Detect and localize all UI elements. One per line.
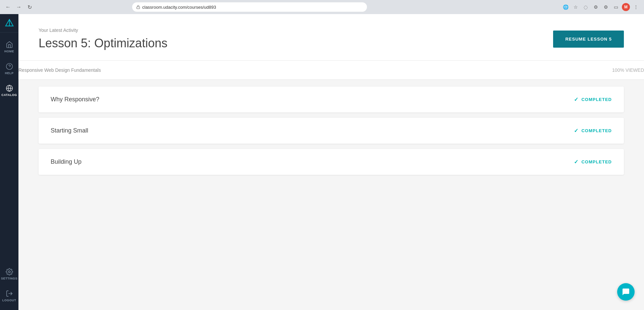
app-wrapper: HOME HELP (0, 0, 644, 310)
svg-point-5 (8, 271, 10, 273)
extension1-icon[interactable]: ◌ (582, 3, 590, 11)
browser-chrome: ← → ↻ classroom.udacity.com/courses/ud89… (0, 0, 644, 14)
menu-icon[interactable]: ⋮ (632, 3, 640, 11)
bookmark-icon[interactable]: ☆ (572, 3, 580, 11)
sidebar-item-settings[interactable]: SETTINGS (0, 263, 18, 285)
sidebar-nav: HOME HELP (0, 33, 18, 263)
user-avatar[interactable]: M (622, 3, 630, 11)
sidebar-logo[interactable] (0, 14, 18, 33)
sidebar-item-settings-label: SETTINGS (1, 277, 17, 280)
sidebar-item-catalog-label: CATALOG (1, 93, 17, 97)
course-header: Responsive Web Design Fundamentals 100% … (18, 61, 644, 80)
viewed-percent: 100% VIEWED (612, 67, 644, 73)
sidebar-bottom: SETTINGS LOGOUT (0, 263, 18, 310)
sidebar-item-logout-label: LOGOUT (2, 299, 16, 302)
help-icon (6, 63, 13, 70)
sidebar-item-logout[interactable]: LOGOUT (0, 285, 18, 307)
lesson-status-2: ✓ COMPLETED (574, 127, 612, 134)
sidebar: HOME HELP (0, 14, 18, 310)
logout-icon (6, 290, 13, 297)
extensions-icon[interactable]: ▭ (612, 3, 620, 11)
svg-point-1 (6, 63, 12, 69)
sidebar-item-home[interactable]: HOME (0, 36, 18, 58)
catalog-icon (6, 85, 13, 92)
check-icon-1: ✓ (574, 96, 579, 103)
address-bar[interactable]: classroom.udacity.com/courses/ud893 (132, 2, 367, 12)
activity-header: Your Latest Activity Lesson 5: Optimizat… (18, 14, 644, 61)
sidebar-item-catalog[interactable]: CATALOG (0, 80, 18, 101)
sidebar-item-help[interactable]: HELP (0, 58, 18, 80)
activity-header-left: Your Latest Activity Lesson 5: Optimizat… (39, 28, 167, 50)
lesson-status-label-3: COMPLETED (581, 159, 612, 164)
lesson-status-label-1: COMPLETED (581, 97, 612, 102)
lesson-title-1: Why Responsive? (51, 96, 99, 103)
course-name: Responsive Web Design Fundamentals (18, 67, 101, 73)
refresh-button[interactable]: ↻ (25, 3, 34, 11)
check-icon-3: ✓ (574, 159, 579, 165)
sidebar-item-help-label: HELP (5, 71, 13, 75)
check-icon-2: ✓ (574, 127, 579, 134)
forward-button[interactable]: → (15, 3, 23, 11)
resume-lesson-button[interactable]: RESUME LESSON 5 (553, 31, 624, 48)
lesson-title-3: Building Up (51, 158, 82, 165)
lessons-list: Why Responsive? ✓ COMPLETED Starting Sma… (18, 80, 644, 182)
translate-icon[interactable]: 🌐 (561, 3, 570, 11)
lesson-status-1: ✓ COMPLETED (574, 96, 612, 103)
lesson-status-3: ✓ COMPLETED (574, 159, 612, 165)
back-button[interactable]: ← (4, 3, 12, 11)
chat-bubble[interactable] (617, 283, 635, 301)
activity-label: Your Latest Activity (39, 28, 167, 33)
lesson-status-label-2: COMPLETED (581, 128, 612, 133)
main-content: Your Latest Activity Lesson 5: Optimizat… (18, 14, 644, 310)
extension2-icon[interactable]: ⚙ (592, 3, 600, 11)
extension3-icon[interactable]: ⚙ (602, 3, 610, 11)
activity-title: Lesson 5: Optimizations (39, 36, 167, 50)
svg-rect-0 (137, 7, 140, 9)
lesson-title-2: Starting Small (51, 127, 88, 134)
lesson-card-1[interactable]: Why Responsive? ✓ COMPLETED (39, 87, 624, 112)
sidebar-item-home-label: HOME (4, 50, 14, 53)
url-text: classroom.udacity.com/courses/ud893 (142, 5, 216, 10)
browser-action-bar: 🌐 ☆ ◌ ⚙ ⚙ ▭ M ⋮ (561, 3, 640, 11)
settings-icon (6, 268, 13, 275)
lesson-card-2[interactable]: Starting Small ✓ COMPLETED (39, 118, 624, 144)
home-icon (6, 41, 13, 48)
lesson-card-3[interactable]: Building Up ✓ COMPLETED (39, 149, 624, 175)
